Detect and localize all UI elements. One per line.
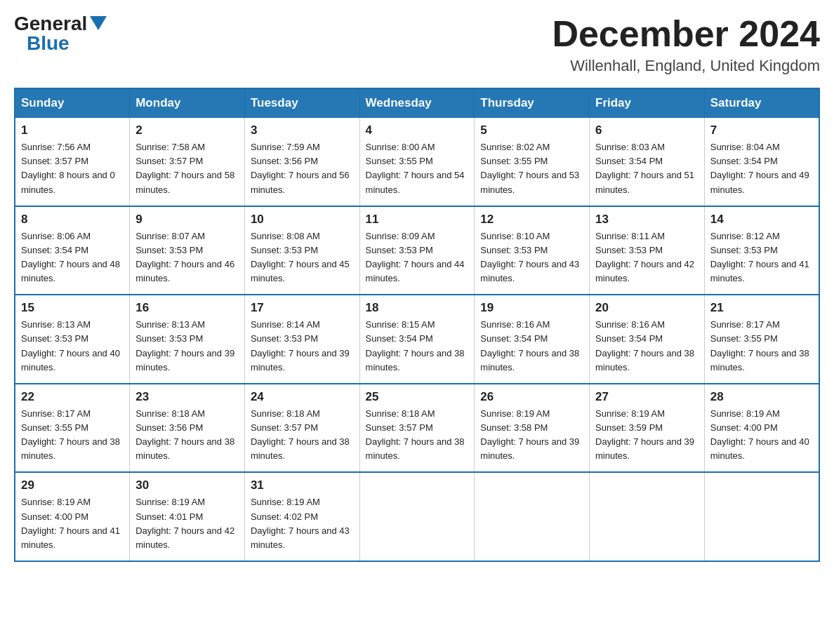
day-number: 19 (480, 301, 583, 315)
day-info: Sunrise: 8:19 AMSunset: 4:00 PMDaylight:… (21, 497, 120, 549)
header-row: Sunday Monday Tuesday Wednesday Thursday… (15, 88, 819, 118)
day-number: 9 (135, 213, 239, 227)
day-number: 7 (710, 123, 813, 137)
day-info: Sunrise: 8:10 AMSunset: 3:53 PMDaylight:… (480, 231, 579, 283)
logo: General Blue (14, 14, 107, 53)
day-info: Sunrise: 8:14 AMSunset: 3:53 PMDaylight:… (251, 319, 350, 372)
day-number: 21 (710, 301, 813, 315)
calendar-cell: 23Sunrise: 8:18 AMSunset: 3:56 PMDayligh… (130, 384, 245, 473)
calendar-title: December 2024 (552, 14, 820, 54)
calendar-cell: 5Sunrise: 8:02 AMSunset: 3:55 PMDaylight… (475, 118, 590, 206)
day-info: Sunrise: 8:12 AMSunset: 3:53 PMDaylight:… (710, 231, 809, 283)
day-number: 29 (21, 478, 124, 492)
calendar-week-row: 8Sunrise: 8:06 AMSunset: 3:54 PMDaylight… (15, 206, 819, 295)
calendar-cell: 27Sunrise: 8:19 AMSunset: 3:59 PMDayligh… (590, 384, 705, 473)
day-number: 5 (480, 123, 583, 137)
calendar-table: Sunday Monday Tuesday Wednesday Thursday… (14, 88, 820, 562)
calendar-cell: 19Sunrise: 8:16 AMSunset: 3:54 PMDayligh… (475, 295, 590, 384)
day-number: 13 (595, 213, 699, 227)
calendar-cell: 18Sunrise: 8:15 AMSunset: 3:54 PMDayligh… (359, 295, 475, 384)
day-number: 25 (366, 390, 469, 404)
col-monday: Monday (130, 88, 245, 118)
col-wednesday: Wednesday (359, 88, 475, 118)
day-number: 18 (366, 301, 469, 315)
calendar-week-row: 15Sunrise: 8:13 AMSunset: 3:53 PMDayligh… (15, 295, 819, 384)
day-info: Sunrise: 8:06 AMSunset: 3:54 PMDaylight:… (21, 231, 120, 283)
day-info: Sunrise: 8:18 AMSunset: 3:56 PMDaylight:… (135, 408, 234, 461)
day-number: 11 (366, 213, 469, 227)
calendar-cell: 28Sunrise: 8:19 AMSunset: 4:00 PMDayligh… (704, 384, 819, 473)
day-number: 28 (710, 390, 813, 404)
calendar-header: Sunday Monday Tuesday Wednesday Thursday… (15, 88, 819, 118)
day-number: 15 (21, 301, 124, 315)
calendar-cell: 6Sunrise: 8:03 AMSunset: 3:54 PMDaylight… (590, 118, 705, 206)
calendar-cell: 29Sunrise: 8:19 AMSunset: 4:00 PMDayligh… (15, 472, 130, 561)
day-info: Sunrise: 8:02 AMSunset: 3:55 PMDaylight:… (480, 142, 579, 194)
day-info: Sunrise: 8:00 AMSunset: 3:55 PMDaylight:… (366, 142, 465, 194)
day-info: Sunrise: 7:59 AMSunset: 3:56 PMDaylight:… (251, 142, 350, 194)
day-number: 1 (21, 123, 124, 137)
day-info: Sunrise: 8:17 AMSunset: 3:55 PMDaylight:… (710, 319, 809, 372)
calendar-cell: 13Sunrise: 8:11 AMSunset: 3:53 PMDayligh… (590, 206, 705, 295)
calendar-cell: 26Sunrise: 8:19 AMSunset: 3:58 PMDayligh… (475, 384, 590, 473)
calendar-cell: 2Sunrise: 7:58 AMSunset: 3:57 PMDaylight… (130, 118, 245, 206)
calendar-cell: 22Sunrise: 8:17 AMSunset: 3:55 PMDayligh… (15, 384, 130, 473)
day-number: 12 (480, 213, 583, 227)
day-number: 8 (21, 213, 124, 227)
calendar-cell: 25Sunrise: 8:18 AMSunset: 3:57 PMDayligh… (359, 384, 475, 473)
day-info: Sunrise: 8:16 AMSunset: 3:54 PMDaylight:… (480, 319, 579, 372)
day-info: Sunrise: 8:13 AMSunset: 3:53 PMDaylight:… (21, 319, 120, 372)
day-number: 3 (251, 123, 354, 137)
title-block: December 2024 Willenhall, England, Unite… (552, 14, 820, 75)
calendar-week-row: 1Sunrise: 7:56 AMSunset: 3:57 PMDaylight… (15, 118, 819, 206)
day-info: Sunrise: 8:19 AMSunset: 4:02 PMDaylight:… (251, 497, 350, 549)
day-number: 20 (595, 301, 699, 315)
calendar-cell: 7Sunrise: 8:04 AMSunset: 3:54 PMDaylight… (704, 118, 819, 206)
day-info: Sunrise: 8:03 AMSunset: 3:54 PMDaylight:… (595, 142, 694, 194)
logo-general-text: General (14, 14, 87, 34)
calendar-cell: 10Sunrise: 8:08 AMSunset: 3:53 PMDayligh… (244, 206, 359, 295)
col-friday: Friday (590, 88, 705, 118)
calendar-cell: 12Sunrise: 8:10 AMSunset: 3:53 PMDayligh… (475, 206, 590, 295)
logo-blue-text: Blue (27, 34, 70, 53)
day-info: Sunrise: 8:19 AMSunset: 3:58 PMDaylight:… (480, 408, 579, 461)
calendar-week-row: 29Sunrise: 8:19 AMSunset: 4:00 PMDayligh… (15, 472, 819, 561)
day-number: 23 (135, 390, 239, 404)
col-thursday: Thursday (475, 88, 590, 118)
calendar-cell: 8Sunrise: 8:06 AMSunset: 3:54 PMDaylight… (15, 206, 130, 295)
col-saturday: Saturday (704, 88, 819, 118)
day-info: Sunrise: 8:08 AMSunset: 3:53 PMDaylight:… (251, 231, 350, 283)
logo-triangle-icon (90, 16, 107, 30)
day-info: Sunrise: 8:07 AMSunset: 3:53 PMDaylight:… (135, 231, 234, 283)
day-number: 2 (135, 123, 239, 137)
calendar-cell: 30Sunrise: 8:19 AMSunset: 4:01 PMDayligh… (130, 472, 245, 561)
day-info: Sunrise: 8:09 AMSunset: 3:53 PMDaylight:… (366, 231, 465, 283)
day-info: Sunrise: 8:19 AMSunset: 4:01 PMDaylight:… (135, 497, 234, 549)
calendar-cell (359, 472, 475, 561)
day-number: 22 (21, 390, 124, 404)
calendar-cell (590, 472, 705, 561)
page-header: General Blue December 2024 Willenhall, E… (14, 14, 820, 75)
day-number: 30 (135, 478, 239, 492)
calendar-cell: 11Sunrise: 8:09 AMSunset: 3:53 PMDayligh… (359, 206, 475, 295)
calendar-cell: 16Sunrise: 8:13 AMSunset: 3:53 PMDayligh… (130, 295, 245, 384)
day-info: Sunrise: 8:18 AMSunset: 3:57 PMDaylight:… (366, 408, 465, 461)
day-number: 6 (595, 123, 699, 137)
calendar-cell: 4Sunrise: 8:00 AMSunset: 3:55 PMDaylight… (359, 118, 475, 206)
day-number: 26 (480, 390, 583, 404)
calendar-subtitle: Willenhall, England, United Kingdom (552, 57, 820, 75)
calendar-cell: 14Sunrise: 8:12 AMSunset: 3:53 PMDayligh… (704, 206, 819, 295)
calendar-cell: 3Sunrise: 7:59 AMSunset: 3:56 PMDaylight… (244, 118, 359, 206)
col-sunday: Sunday (15, 88, 130, 118)
calendar-cell: 9Sunrise: 8:07 AMSunset: 3:53 PMDaylight… (130, 206, 245, 295)
day-info: Sunrise: 8:13 AMSunset: 3:53 PMDaylight:… (135, 319, 234, 372)
calendar-cell (475, 472, 590, 561)
calendar-body: 1Sunrise: 7:56 AMSunset: 3:57 PMDaylight… (15, 118, 819, 561)
day-info: Sunrise: 8:04 AMSunset: 3:54 PMDaylight:… (710, 142, 809, 194)
calendar-cell: 31Sunrise: 8:19 AMSunset: 4:02 PMDayligh… (244, 472, 359, 561)
calendar-cell: 20Sunrise: 8:16 AMSunset: 3:54 PMDayligh… (590, 295, 705, 384)
calendar-cell: 1Sunrise: 7:56 AMSunset: 3:57 PMDaylight… (15, 118, 130, 206)
day-info: Sunrise: 8:19 AMSunset: 4:00 PMDaylight:… (710, 408, 809, 461)
day-info: Sunrise: 7:56 AMSunset: 3:57 PMDaylight:… (21, 142, 115, 194)
day-number: 31 (251, 478, 354, 492)
